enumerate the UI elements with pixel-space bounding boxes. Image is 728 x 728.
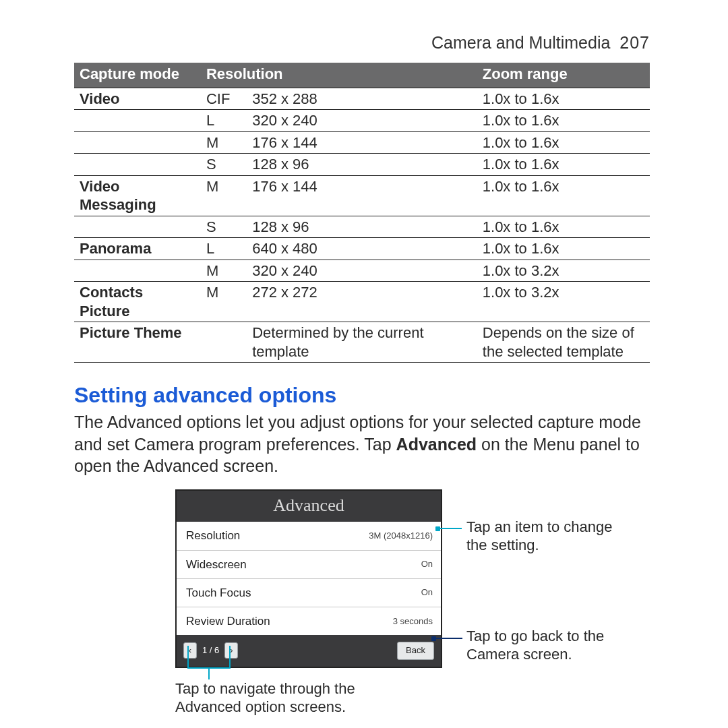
page-number: 207 xyxy=(619,33,650,52)
table-row: S 128 x 96 1.0x to 1.6x xyxy=(74,216,650,238)
cell-res: Determined by the current template xyxy=(247,322,477,363)
cell-code: M xyxy=(201,260,247,282)
table-row: Panorama L 640 x 480 1.0x to 1.6x xyxy=(74,238,650,260)
advanced-row-label: Touch Focus xyxy=(186,586,251,600)
pager-prev-button[interactable]: ‹ xyxy=(183,642,197,659)
pager-count: 1 / 6 xyxy=(197,645,224,656)
pager-next-button[interactable]: › xyxy=(224,642,238,659)
cell-mode: Video Messaging xyxy=(74,175,201,216)
cell-mode xyxy=(74,131,201,154)
callout-pager-text: Tap to navigate through the Advanced opt… xyxy=(175,679,398,717)
cell-zoom: 1.0x to 3.2x xyxy=(477,260,650,282)
cell-code: L xyxy=(201,110,247,132)
body-paragraph: The Advanced options let you adjust opti… xyxy=(74,411,650,477)
advanced-title: Advanced xyxy=(177,491,441,522)
advanced-row-reviewduration[interactable]: Review Duration 3 seconds xyxy=(177,607,441,635)
table-row: Picture Theme Determined by the current … xyxy=(74,322,650,363)
table-row: S 128 x 96 1.0x to 1.6x xyxy=(74,154,650,176)
section-name: Camera and Multimedia xyxy=(431,33,610,52)
cell-code: S xyxy=(201,216,247,238)
col-zoom-range: Zoom range xyxy=(477,63,650,88)
section-heading: Setting advanced options xyxy=(74,382,650,408)
cell-res: 176 x 144 xyxy=(247,175,477,216)
capture-mode-table: Capture mode Resolution Zoom range Video… xyxy=(74,63,650,363)
running-header: Camera and Multimedia 207 xyxy=(74,32,650,53)
callout-line-icon xyxy=(434,638,462,639)
advanced-row-widescreen[interactable]: Widescreen On xyxy=(177,551,441,579)
callout-back-text: Tap to go back to the Camera screen. xyxy=(466,627,621,664)
advanced-row-label: Review Duration xyxy=(186,614,270,628)
callout-item-text: Tap an item to change the setting. xyxy=(466,518,621,555)
advanced-row-value: On xyxy=(421,587,433,598)
cell-res: 640 x 480 xyxy=(247,238,477,260)
cell-mode: Contacts Picture xyxy=(74,282,201,322)
table-row: Video CIF 352 x 288 1.0x to 1.6x xyxy=(74,88,650,110)
cell-mode xyxy=(74,110,201,132)
cell-res: 176 x 144 xyxy=(247,131,477,154)
table-row: M 320 x 240 1.0x to 3.2x xyxy=(74,260,650,282)
cell-code: CIF xyxy=(201,88,247,110)
callout-line-icon xyxy=(208,667,210,679)
cell-res: 320 x 240 xyxy=(247,260,477,282)
advanced-row-value: 3M (2048x1216) xyxy=(369,530,433,541)
cell-res: 320 x 240 xyxy=(247,110,477,132)
advanced-panel: Advanced Resolution 3M (2048x1216) Wides… xyxy=(175,489,442,668)
advanced-row-label: Widescreen xyxy=(186,557,247,572)
table-row: Video Messaging M 176 x 144 1.0x to 1.6x xyxy=(74,175,650,216)
manual-page: Camera and Multimedia 207 Capture mode R… xyxy=(0,0,728,728)
cell-res: 272 x 272 xyxy=(247,282,477,322)
cell-zoom: 1.0x to 1.6x xyxy=(477,110,650,132)
callout-line-icon xyxy=(187,646,189,667)
advanced-footer: ‹ 1 / 6 › Back xyxy=(177,635,441,666)
cell-zoom: 1.0x to 1.6x xyxy=(477,175,650,216)
cell-code: L xyxy=(201,238,247,260)
cell-code: S xyxy=(201,154,247,176)
cell-res: 128 x 96 xyxy=(247,154,477,176)
table-header-row: Capture mode Resolution Zoom range xyxy=(74,63,650,88)
cell-zoom: 1.0x to 3.2x xyxy=(477,282,650,322)
cell-mode: Video xyxy=(74,88,201,110)
cell-code xyxy=(201,322,247,363)
back-button[interactable]: Back xyxy=(397,642,434,659)
cell-code: M xyxy=(201,131,247,154)
cell-res: 352 x 288 xyxy=(247,88,477,110)
advanced-panel-figure: Advanced Resolution 3M (2048x1216) Wides… xyxy=(175,489,647,705)
advanced-row-touchfocus[interactable]: Touch Focus On xyxy=(177,579,441,607)
cell-zoom: 1.0x to 1.6x xyxy=(477,216,650,238)
cell-zoom: 1.0x to 1.6x xyxy=(477,88,650,110)
col-resolution: Resolution xyxy=(201,63,477,88)
cell-mode xyxy=(74,154,201,176)
cell-zoom: Depends on the size of the selected temp… xyxy=(477,322,650,363)
table-row: Contacts Picture M 272 x 272 1.0x to 3.2… xyxy=(74,282,650,322)
cell-zoom: 1.0x to 1.6x xyxy=(477,238,650,260)
table-row: M 176 x 144 1.0x to 1.6x xyxy=(74,131,650,154)
cell-mode: Panorama xyxy=(74,238,201,260)
callout-line-icon xyxy=(438,528,462,529)
cell-mode xyxy=(74,260,201,282)
advanced-row-value: 3 seconds xyxy=(393,616,433,627)
cell-mode xyxy=(74,216,201,238)
cell-mode: Picture Theme xyxy=(74,322,201,363)
callout-line-icon xyxy=(229,646,231,667)
cell-res: 128 x 96 xyxy=(247,216,477,238)
body-bold: Advanced xyxy=(396,435,477,454)
table-row: L 320 x 240 1.0x to 1.6x xyxy=(74,110,650,132)
cell-zoom: 1.0x to 1.6x xyxy=(477,154,650,176)
cell-zoom: 1.0x to 1.6x xyxy=(477,131,650,154)
cell-code: M xyxy=(201,282,247,322)
advanced-row-value: On xyxy=(421,559,433,570)
advanced-row-label: Resolution xyxy=(186,528,240,543)
col-capture-mode: Capture mode xyxy=(74,63,201,88)
advanced-row-resolution[interactable]: Resolution 3M (2048x1216) xyxy=(177,522,441,550)
cell-code: M xyxy=(201,175,247,216)
